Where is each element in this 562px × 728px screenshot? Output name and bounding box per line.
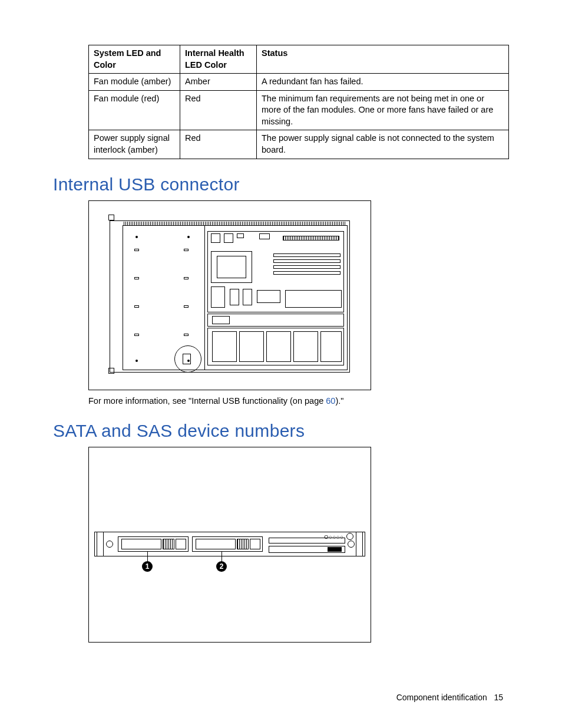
cell-system-led: Fan module (red) <box>89 90 180 130</box>
cell-status: A redundant fan has failed. <box>257 74 509 91</box>
page-footer: Component identification 15 <box>396 693 503 702</box>
table-row: Power supply signal interlock (amber) Re… <box>89 130 509 159</box>
cell-status: The power supply signal cable is not con… <box>257 130 509 159</box>
usb-connector-callout-icon <box>174 345 201 373</box>
callout-badge-1: 1 <box>142 561 153 572</box>
page-link[interactable]: 60 <box>326 396 335 406</box>
cell-system-led: Fan module (amber) <box>89 74 180 91</box>
footer-section-name: Component identification <box>396 693 487 702</box>
led-status-table: System LED and Color Internal Health LED… <box>88 45 509 159</box>
figure-internal-usb <box>88 200 371 390</box>
heading-sata-sas: SATA and SAS device numbers <box>53 421 509 441</box>
col-header-health-led: Internal Health LED Color <box>180 45 257 74</box>
col-header-system-led: System LED and Color <box>89 45 180 74</box>
cell-health-led: Red <box>180 130 257 159</box>
cell-status: The minimum fan requirements are not bei… <box>257 90 509 130</box>
footer-page-number: 15 <box>494 693 503 702</box>
cell-health-led: Red <box>180 90 257 130</box>
callout-badge-2: 2 <box>216 561 227 572</box>
cell-health-led: Amber <box>180 74 257 91</box>
table-row: Fan module (red) Red The minimum fan req… <box>89 90 509 130</box>
caption-text-post: )." <box>335 396 343 406</box>
heading-internal-usb: Internal USB connector <box>53 174 509 195</box>
caption-text-pre: For more information, see "Internal USB … <box>88 396 326 406</box>
figure-sata-sas: O○○○○ 1 2 <box>88 447 371 643</box>
table-header-row: System LED and Color Internal Health LED… <box>89 45 509 74</box>
col-header-status: Status <box>257 45 509 74</box>
front-leds-icon: O○○○○ <box>324 534 344 540</box>
power-button-icon <box>346 533 353 540</box>
figure-caption: For more information, see "Internal USB … <box>88 396 509 406</box>
cell-system-led: Power supply signal interlock (amber) <box>89 130 180 159</box>
table-row: Fan module (amber) Amber A redundant fan… <box>89 74 509 91</box>
